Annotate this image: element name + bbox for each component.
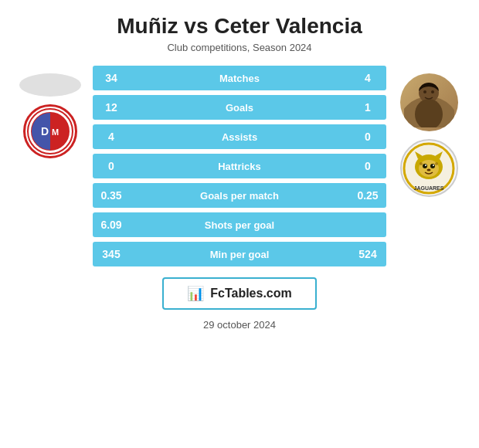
stat-content-matches: 34 Matches 4 [93,66,386,90]
stat-right-gpm: 0.25 [349,189,386,202]
stat-row-spg: 6.09 Shots per goal [93,212,386,237]
svg-text:D: D [41,125,49,137]
fctables-icon: 📊 [187,285,204,302]
svg-point-19 [435,162,438,165]
right-player-avatar [400,73,458,131]
stat-content-hattricks: 0 Hattricks 0 [93,154,386,178]
main-row: D M 34 Matches 4 1 [8,66,471,266]
stat-content-assists: 4 Assists 0 [93,124,386,149]
page-title: Muñiz vs Ceter Valencia [117,14,362,39]
jaguar-logo-svg: JAGUARES [403,142,455,195]
page-container: Muñiz vs Ceter Valencia Club competition… [0,0,479,448]
stat-right-hattricks: 0 [349,160,386,172]
stat-left-spg: 6.09 [93,219,130,231]
right-team-logo: JAGUARES [400,139,458,197]
svg-point-14 [430,164,435,168]
footer-date: 29 october 2024 [203,319,276,331]
svg-point-7 [431,90,434,93]
stat-label-hattricks: Hattricks [130,161,349,172]
stat-content-mpg: 345 Min per goal 524 [93,242,386,266]
stat-left-matches: 34 [93,72,130,84]
stat-right-goals: 1 [349,101,386,114]
player-silhouette [404,77,454,127]
stat-label-assists: Assists [130,131,349,143]
svg-point-17 [427,168,431,171]
left-team-abbr: D M [27,108,73,154]
left-logo-oval [19,73,81,97]
stat-right-mpg: 524 [349,248,386,260]
svg-text:JAGUARES: JAGUARES [414,185,444,191]
stat-content-gpm: 0.35 Goals per match 0.25 [93,183,386,208]
stat-label-matches: Matches [130,73,349,84]
dim-logo-svg: D M [30,111,70,151]
stat-right-assists: 0 [349,131,386,143]
stat-row-goals: 12 Goals 1 [93,95,386,120]
stat-row-mpg: 345 Min per goal 524 [93,242,386,266]
svg-point-6 [423,90,426,93]
stat-left-assists: 4 [93,131,130,143]
stat-right-matches: 4 [349,72,386,84]
stat-row-assists: 4 Assists 0 [93,124,386,149]
stat-row-matches: 34 Matches 4 [93,66,386,90]
stat-content-goals: 12 Goals 1 [93,95,386,120]
svg-point-16 [433,165,434,166]
stat-content-spg: 6.09 Shots per goal [93,212,386,237]
right-team: JAGUARES [386,66,471,197]
svg-point-15 [425,165,426,166]
stat-left-hattricks: 0 [93,160,130,172]
stat-label-spg: Shots per goal [130,219,349,231]
left-team: D M [8,66,93,158]
page-subtitle: Club competitions, Season 2024 [167,42,311,53]
stat-label-goals: Goals [130,102,349,114]
fctables-box: 📊 FcTables.com [162,277,317,310]
stat-row-gpm: 0.35 Goals per match 0.25 [93,183,386,208]
stat-row-hattricks: 0 Hattricks 0 [93,154,386,178]
stats-section: 34 Matches 4 12 Goals 1 4 Assists 0 [93,66,386,266]
stat-label-mpg: Min per goal [130,249,349,260]
svg-point-18 [420,162,423,165]
stat-label-gpm: Goals per match [130,190,349,202]
fctables-label: FcTables.com [210,287,292,300]
svg-point-13 [423,164,427,168]
left-team-logo: D M [23,104,77,158]
stat-left-goals: 12 [93,101,130,114]
svg-text:M: M [52,127,59,137]
stat-left-mpg: 345 [93,248,130,260]
stat-left-gpm: 0.35 [93,189,130,202]
